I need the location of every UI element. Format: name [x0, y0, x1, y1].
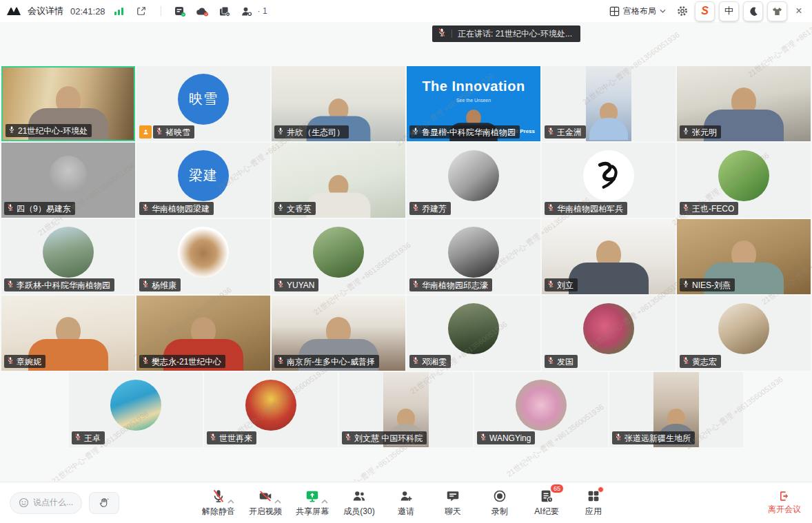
pop-out-icon[interactable] [133, 3, 150, 19]
network-signal-icon[interactable] [111, 3, 128, 19]
mic-options-chevron[interactable] [227, 494, 234, 506]
mic-muted-icon [7, 356, 14, 367]
avatar: 映雪 [178, 74, 229, 125]
member-status-icon[interactable] [238, 3, 255, 19]
raise-hand-button[interactable] [89, 492, 119, 514]
participant-tile-29[interactable]: 张道远新疆生地所 [609, 372, 743, 447]
unmute-button[interactable]: 解除静音 [202, 489, 235, 517]
participant-name-badge: WANGYing [477, 431, 535, 444]
participant-tile-11[interactable]: 华南植物园柏军兵 [542, 143, 676, 218]
mic-muted-icon [547, 127, 554, 137]
participant-tile-10[interactable]: 乔建芳 [407, 143, 540, 218]
participant-name-badge: 褚映雪 [139, 125, 194, 139]
quick-chat-input[interactable]: 说点什么... [10, 492, 82, 514]
participant-tile-7[interactable]: 四（9）易建东 [1, 143, 135, 218]
speaking-name: 21世纪中心-环境处... [496, 29, 572, 39]
participant-tile-3[interactable]: 井欣（生态司） [272, 66, 405, 141]
avatar [178, 227, 229, 278]
video-grid-area: 正在讲话: 21世纪中心-环境处... 21世纪中心-环境处映雪褚映雪井欣（生态… [0, 22, 812, 482]
close-icon[interactable]: × [791, 5, 806, 17]
participant-tile-18[interactable]: NIES-刘燕 [677, 219, 811, 294]
participant-tile-8[interactable]: 梁建华南植物园梁建 [136, 143, 270, 218]
ai-notes-icon: 65 [539, 489, 554, 504]
meeting-details-link[interactable]: 会议详情 [28, 5, 63, 17]
participant-tile-1[interactable]: 21世纪中心-环境处 [1, 66, 135, 141]
invite-button[interactable]: 邀请 [389, 489, 423, 517]
cloud-recording-icon[interactable] [194, 3, 211, 19]
participant-tile-4[interactable]: The InnovationSee the UnseenINNOVATIONCe… [407, 66, 540, 141]
chat-icon [445, 489, 460, 504]
participant-tile-19[interactable]: 章婉妮 [1, 296, 135, 371]
record-button[interactable]: 录制 [483, 489, 516, 517]
file-lock-icon[interactable] [216, 3, 233, 19]
participant-name: 井欣（生态司） [287, 127, 345, 137]
participant-name-badge: 华南植物园梁建 [139, 202, 214, 215]
camera-off-icon [258, 489, 273, 504]
participant-name-badge: 井欣（生态司） [274, 125, 349, 139]
share-screen-button[interactable]: 共享屏幕 [296, 489, 329, 517]
members-button[interactable]: 成员(30) [343, 489, 376, 517]
top-bar: 会议详情 02:41:28 · 1 [0, 0, 812, 22]
participant-name-badge: 李跃林-中科院华南植物园 [4, 278, 114, 291]
participant-tile-21[interactable]: 南京所-生多中心-威普择 [272, 296, 405, 371]
participant-name: 杨维康 [152, 280, 176, 290]
participant-tile-16[interactable]: 华南植物园邱志濠 [407, 219, 540, 294]
participant-tile-14[interactable]: 杨维康 [136, 219, 270, 294]
participant-tile-20[interactable]: 樊志永-21世纪中心 [136, 296, 270, 371]
start-video-button[interactable]: 开启视频 [249, 489, 282, 517]
top-bar-left: 会议详情 02:41:28 · 1 [6, 3, 267, 19]
avatar [448, 150, 499, 201]
mic-on-icon [277, 127, 284, 137]
participant-name: 乔建芳 [422, 204, 447, 214]
mic-on-icon [682, 127, 689, 137]
ai-notes-button[interactable]: 65 AI纪要 [530, 489, 563, 517]
grid-layout-icon [609, 6, 620, 17]
participant-name: 21世纪中心-环境处 [18, 126, 88, 136]
hand-icon [99, 498, 110, 509]
docs-icon[interactable] [172, 3, 189, 19]
participant-tile-13[interactable]: 李跃林-中科院华南植物园 [1, 219, 135, 294]
participant-tile-6[interactable]: 张元明 [677, 66, 811, 141]
participant-tile-26[interactable]: 世世再来 [204, 372, 338, 447]
participant-tile-17[interactable]: 刘立 [542, 219, 676, 294]
apps-button[interactable]: 应用 [577, 489, 610, 517]
participant-name: 黄志宏 [692, 357, 717, 367]
avatar [718, 303, 769, 354]
chat-button[interactable]: 聊天 [436, 489, 469, 517]
grid-row: 章婉妮樊志永-21世纪中心南京所-生多中心-威普择邓湘雯发国黄志宏 [1, 296, 811, 371]
participant-name: 樊志永-21世纪中心 [152, 357, 221, 367]
participant-tile-22[interactable]: 邓湘雯 [407, 296, 540, 371]
grid-layout-button[interactable]: 宫格布局 [605, 3, 670, 19]
ime-night-mode-icon[interactable] [743, 1, 763, 21]
participant-tile-15[interactable]: YUYAN [272, 219, 405, 294]
ime-skin-icon[interactable] [767, 1, 787, 21]
presence-count: · 1 [258, 6, 267, 16]
participant-tile-24[interactable]: 黄志宏 [677, 296, 811, 371]
sogou-input-icon[interactable]: S [695, 1, 715, 21]
mic-muted-icon [7, 203, 14, 214]
participant-tile-2[interactable]: 映雪褚映雪 [136, 66, 270, 141]
participant-tile-23[interactable]: 发国 [542, 296, 676, 371]
settings-gear-icon[interactable] [674, 3, 691, 19]
mic-muted-icon [547, 280, 554, 290]
participant-tile-28[interactable]: WANGYing [474, 372, 608, 447]
mic-muted-icon [682, 203, 689, 214]
mic-muted-icon [211, 489, 226, 504]
leave-meeting-button[interactable]: 离开会议 [768, 490, 801, 515]
participant-tile-27[interactable]: 刘文慧 中国环科院 [339, 372, 473, 447]
unmute-label: 解除静音 [202, 506, 235, 517]
ime-language-button[interactable]: 中 [719, 1, 739, 21]
participant-tile-25[interactable]: 王卓 [69, 372, 203, 447]
avatar [245, 380, 296, 431]
mic-muted-icon [547, 203, 554, 214]
ai-notes-badge: 65 [550, 484, 564, 493]
share-options-chevron[interactable] [321, 494, 328, 506]
slide-title: The Innovation [407, 79, 540, 94]
participant-tile-12[interactable]: 王也-FECO [677, 143, 811, 218]
participant-name-badge: 王卓 [72, 431, 105, 444]
participant-name-badge: 杨维康 [139, 278, 181, 291]
mic-muted-icon [277, 356, 284, 367]
participant-tile-9[interactable]: 文香英 [272, 143, 405, 218]
participant-tile-5[interactable]: 王金洲 [542, 66, 676, 141]
video-options-chevron[interactable] [274, 494, 281, 506]
